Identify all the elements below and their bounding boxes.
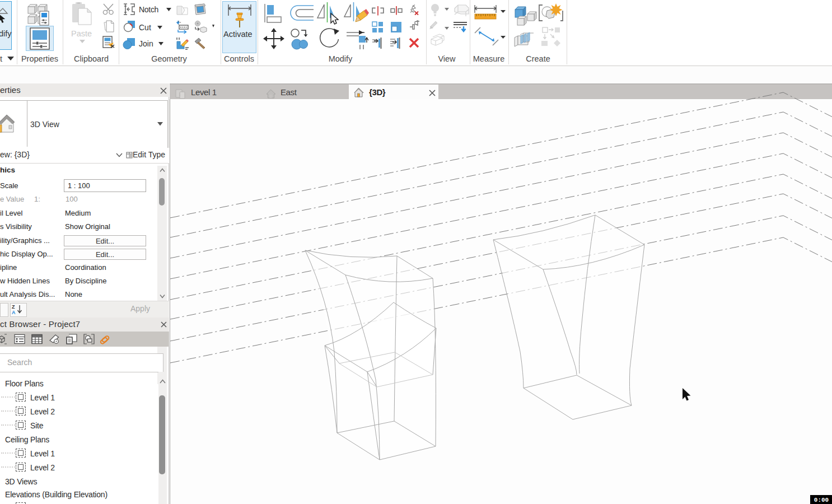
svg-text:A: A: [12, 310, 16, 315]
svg-text:0:00: 0:00: [814, 497, 829, 503]
svg-text:Z: Z: [12, 304, 15, 310]
